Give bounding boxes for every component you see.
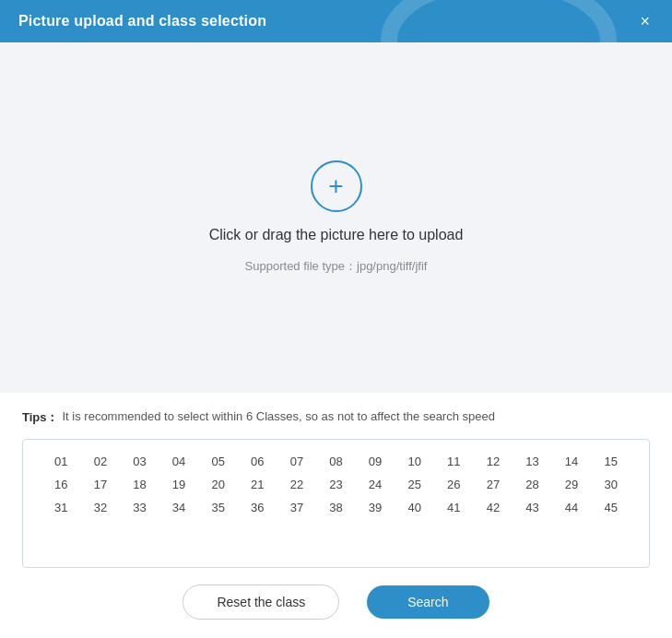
reset-button[interactable]: Reset the class xyxy=(183,585,339,620)
class-item[interactable]: 42 xyxy=(474,499,513,516)
class-item[interactable]: 02 xyxy=(81,453,121,470)
upload-icon-circle[interactable]: + xyxy=(311,160,362,212)
bottom-section: Tips： It is recommended to select within… xyxy=(0,393,672,638)
class-item[interactable]: 23 xyxy=(316,476,356,493)
class-item[interactable]: 29 xyxy=(552,476,592,493)
class-item[interactable]: 35 xyxy=(198,499,238,516)
tips-label: Tips： xyxy=(22,409,59,426)
class-item[interactable]: 36 xyxy=(238,499,277,516)
class-item[interactable]: 17 xyxy=(81,476,121,493)
class-item[interactable]: 37 xyxy=(277,499,317,516)
class-item[interactable]: 06 xyxy=(238,453,277,470)
class-item[interactable]: 26 xyxy=(434,476,474,493)
class-item[interactable]: 44 xyxy=(552,499,592,516)
upload-sub-text: Supported file type：jpg/png/tiff/jfif xyxy=(245,258,428,275)
class-item[interactable]: 18 xyxy=(120,476,159,493)
class-item[interactable]: 08 xyxy=(316,453,356,470)
class-item[interactable]: 39 xyxy=(356,499,395,516)
class-item[interactable]: 41 xyxy=(434,499,474,516)
class-item[interactable]: 20 xyxy=(198,476,238,493)
search-button[interactable]: Search xyxy=(367,585,489,619)
class-item[interactable]: 25 xyxy=(395,476,434,493)
class-item[interactable]: 33 xyxy=(120,499,159,516)
class-item[interactable]: 22 xyxy=(277,476,317,493)
plus-icon: + xyxy=(328,171,343,201)
class-item[interactable]: 28 xyxy=(513,476,552,493)
class-item[interactable]: 03 xyxy=(120,453,159,470)
class-item[interactable]: 13 xyxy=(513,453,552,470)
class-item[interactable]: 07 xyxy=(277,453,317,470)
upload-area[interactable]: + Click or drag the picture here to uplo… xyxy=(0,42,672,393)
dialog-header: Picture upload and class selection × xyxy=(0,0,672,42)
dialog-title: Picture upload and class selection xyxy=(18,13,266,30)
close-button[interactable]: × xyxy=(636,9,654,33)
class-item[interactable]: 31 xyxy=(41,499,81,516)
class-item[interactable]: 45 xyxy=(591,499,631,516)
tips-text: It is recommended to select within 6 Cla… xyxy=(63,409,495,423)
upload-main-text: Click or drag the picture here to upload xyxy=(209,227,464,243)
class-item[interactable]: 21 xyxy=(238,476,277,493)
class-grid-container: 0102030405060708091011121314151617181920… xyxy=(22,439,650,568)
class-item[interactable]: 04 xyxy=(159,453,199,470)
class-item[interactable]: 32 xyxy=(81,499,121,516)
class-item[interactable]: 15 xyxy=(591,453,631,470)
class-item[interactable]: 10 xyxy=(395,453,434,470)
dialog: Picture upload and class selection × + C… xyxy=(0,0,672,638)
class-item[interactable]: 24 xyxy=(356,476,395,493)
class-item[interactable]: 01 xyxy=(41,453,81,470)
class-item[interactable]: 38 xyxy=(316,499,356,516)
class-item[interactable]: 12 xyxy=(474,453,513,470)
class-item[interactable]: 14 xyxy=(552,453,592,470)
class-item[interactable]: 19 xyxy=(159,476,199,493)
class-item[interactable]: 43 xyxy=(513,499,552,516)
button-row: Reset the class Search xyxy=(22,581,650,620)
tips-row: Tips： It is recommended to select within… xyxy=(22,409,650,426)
class-item[interactable]: 05 xyxy=(198,453,238,470)
class-item[interactable]: 09 xyxy=(356,453,395,470)
class-grid: 0102030405060708091011121314151617181920… xyxy=(41,453,631,516)
class-item[interactable]: 27 xyxy=(474,476,513,493)
class-item[interactable]: 34 xyxy=(159,499,199,516)
class-item[interactable]: 16 xyxy=(41,476,81,493)
class-item[interactable]: 40 xyxy=(395,499,434,516)
class-item[interactable]: 30 xyxy=(591,476,631,493)
class-item[interactable]: 11 xyxy=(434,453,474,470)
